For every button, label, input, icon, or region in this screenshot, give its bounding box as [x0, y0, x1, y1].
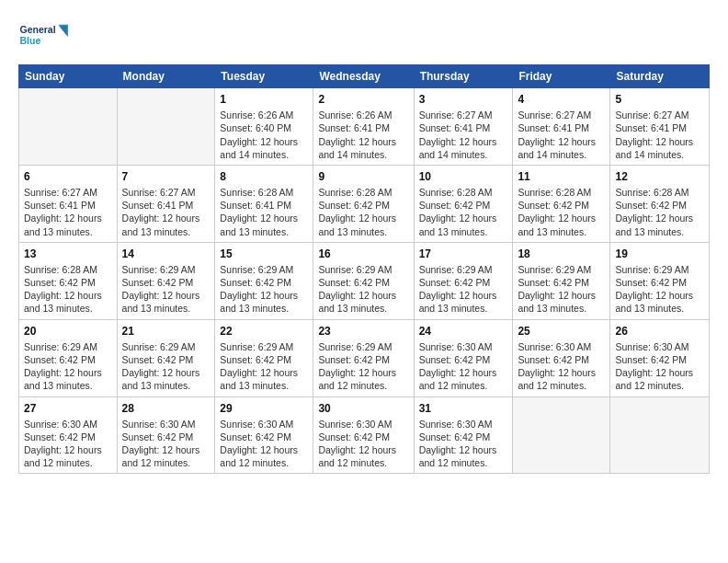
weekday-header-saturday: Saturday	[610, 65, 710, 88]
day-number: 5	[615, 92, 704, 107]
day-number: 13	[24, 247, 112, 261]
calendar-cell	[19, 88, 118, 166]
day-detail: Sunrise: 6:30 AM Sunset: 6:42 PM Dayligh…	[318, 418, 408, 470]
day-number: 28	[122, 401, 210, 416]
calendar-cell: 21Sunrise: 6:29 AM Sunset: 6:42 PM Dayli…	[117, 319, 215, 396]
day-number: 22	[220, 324, 308, 339]
calendar-cell: 20Sunrise: 6:29 AM Sunset: 6:42 PM Dayli…	[19, 319, 118, 396]
weekday-header-friday: Friday	[513, 65, 610, 88]
day-number: 19	[615, 247, 704, 261]
calendar-cell: 26Sunrise: 6:30 AM Sunset: 6:42 PM Dayli…	[610, 319, 710, 396]
day-number: 25	[518, 324, 605, 339]
calendar-cell: 12Sunrise: 6:28 AM Sunset: 6:42 PM Dayli…	[610, 165, 710, 242]
day-number: 24	[419, 324, 508, 339]
weekday-header-thursday: Thursday	[414, 65, 513, 88]
day-detail: Sunrise: 6:30 AM Sunset: 6:42 PM Dayligh…	[24, 418, 112, 470]
day-number: 2	[318, 92, 408, 107]
page: General Blue SundayMondayTuesdayWednesda…	[0, 0, 728, 563]
calendar-cell: 6Sunrise: 6:27 AM Sunset: 6:41 PM Daylig…	[19, 165, 118, 242]
day-number: 20	[24, 324, 112, 339]
day-number: 6	[24, 169, 112, 184]
calendar-cell: 5Sunrise: 6:27 AM Sunset: 6:41 PM Daylig…	[610, 88, 710, 166]
day-number: 31	[419, 401, 508, 416]
day-detail: Sunrise: 6:29 AM Sunset: 6:42 PM Dayligh…	[318, 263, 408, 316]
day-number: 8	[220, 169, 308, 184]
calendar-cell: 17Sunrise: 6:29 AM Sunset: 6:42 PM Dayli…	[414, 242, 513, 319]
day-detail: Sunrise: 6:27 AM Sunset: 6:41 PM Dayligh…	[518, 109, 605, 161]
week-row-5: 27Sunrise: 6:30 AM Sunset: 6:42 PM Dayli…	[19, 396, 710, 474]
day-detail: Sunrise: 6:27 AM Sunset: 6:41 PM Dayligh…	[24, 186, 112, 238]
calendar-cell: 1Sunrise: 6:26 AM Sunset: 6:40 PM Daylig…	[215, 88, 313, 166]
day-detail: Sunrise: 6:30 AM Sunset: 6:42 PM Dayligh…	[220, 418, 308, 470]
calendar-cell	[610, 396, 710, 474]
day-detail: Sunrise: 6:28 AM Sunset: 6:42 PM Dayligh…	[615, 186, 704, 238]
logo: General Blue	[18, 17, 74, 53]
day-detail: Sunrise: 6:29 AM Sunset: 6:42 PM Dayligh…	[518, 263, 605, 316]
day-number: 18	[518, 247, 605, 261]
svg-text:Blue: Blue	[20, 35, 41, 46]
day-detail: Sunrise: 6:28 AM Sunset: 6:42 PM Dayligh…	[419, 186, 508, 238]
week-row-3: 13Sunrise: 6:28 AM Sunset: 6:42 PM Dayli…	[19, 242, 710, 319]
weekday-header-sunday: Sunday	[19, 65, 118, 88]
day-detail: Sunrise: 6:26 AM Sunset: 6:40 PM Dayligh…	[220, 109, 308, 161]
calendar-cell	[117, 88, 215, 166]
calendar-cell: 8Sunrise: 6:28 AM Sunset: 6:41 PM Daylig…	[215, 165, 313, 242]
calendar-cell: 3Sunrise: 6:27 AM Sunset: 6:41 PM Daylig…	[414, 88, 513, 166]
day-detail: Sunrise: 6:29 AM Sunset: 6:42 PM Dayligh…	[318, 340, 408, 393]
calendar-cell: 10Sunrise: 6:28 AM Sunset: 6:42 PM Dayli…	[414, 165, 513, 242]
calendar-cell: 7Sunrise: 6:27 AM Sunset: 6:41 PM Daylig…	[117, 165, 215, 242]
day-number: 16	[318, 247, 408, 261]
calendar-cell: 13Sunrise: 6:28 AM Sunset: 6:42 PM Dayli…	[19, 242, 118, 319]
week-row-1: 1Sunrise: 6:26 AM Sunset: 6:40 PM Daylig…	[19, 88, 710, 166]
calendar-cell: 22Sunrise: 6:29 AM Sunset: 6:42 PM Dayli…	[215, 319, 313, 396]
calendar-cell: 23Sunrise: 6:29 AM Sunset: 6:42 PM Dayli…	[313, 319, 414, 396]
day-detail: Sunrise: 6:28 AM Sunset: 6:42 PM Dayligh…	[518, 186, 605, 238]
day-detail: Sunrise: 6:29 AM Sunset: 6:42 PM Dayligh…	[615, 263, 704, 316]
day-number: 23	[318, 324, 408, 339]
svg-marker-3	[59, 26, 67, 36]
week-row-2: 6Sunrise: 6:27 AM Sunset: 6:41 PM Daylig…	[19, 165, 710, 242]
weekday-header-wednesday: Wednesday	[313, 65, 414, 88]
header: General Blue	[18, 17, 710, 53]
calendar-cell: 11Sunrise: 6:28 AM Sunset: 6:42 PM Dayli…	[513, 165, 610, 242]
day-number: 29	[220, 401, 308, 416]
day-detail: Sunrise: 6:30 AM Sunset: 6:42 PM Dayligh…	[419, 340, 508, 393]
day-number: 21	[122, 324, 210, 339]
day-detail: Sunrise: 6:29 AM Sunset: 6:42 PM Dayligh…	[24, 340, 112, 393]
day-detail: Sunrise: 6:28 AM Sunset: 6:41 PM Dayligh…	[220, 186, 308, 238]
weekday-header-row: SundayMondayTuesdayWednesdayThursdayFrid…	[19, 65, 710, 88]
day-detail: Sunrise: 6:29 AM Sunset: 6:42 PM Dayligh…	[220, 263, 308, 316]
calendar-cell	[513, 396, 610, 474]
calendar-cell: 9Sunrise: 6:28 AM Sunset: 6:42 PM Daylig…	[313, 165, 414, 242]
day-number: 26	[615, 324, 704, 339]
weekday-header-monday: Monday	[117, 65, 215, 88]
day-detail: Sunrise: 6:29 AM Sunset: 6:42 PM Dayligh…	[122, 263, 210, 316]
day-number: 9	[318, 169, 408, 184]
calendar-cell: 16Sunrise: 6:29 AM Sunset: 6:42 PM Dayli…	[313, 242, 414, 319]
calendar-cell: 28Sunrise: 6:30 AM Sunset: 6:42 PM Dayli…	[117, 396, 215, 474]
day-number: 10	[419, 169, 508, 184]
day-detail: Sunrise: 6:27 AM Sunset: 6:41 PM Dayligh…	[122, 186, 210, 238]
calendar: SundayMondayTuesdayWednesdayThursdayFrid…	[18, 64, 710, 474]
day-detail: Sunrise: 6:29 AM Sunset: 6:42 PM Dayligh…	[122, 340, 210, 393]
day-detail: Sunrise: 6:29 AM Sunset: 6:42 PM Dayligh…	[419, 263, 508, 316]
day-number: 15	[220, 247, 308, 261]
day-detail: Sunrise: 6:27 AM Sunset: 6:41 PM Dayligh…	[419, 109, 508, 161]
calendar-cell: 4Sunrise: 6:27 AM Sunset: 6:41 PM Daylig…	[513, 88, 610, 166]
day-detail: Sunrise: 6:30 AM Sunset: 6:42 PM Dayligh…	[122, 418, 210, 470]
svg-text:General: General	[20, 24, 56, 35]
day-detail: Sunrise: 6:28 AM Sunset: 6:42 PM Dayligh…	[318, 186, 408, 238]
day-number: 17	[419, 247, 508, 261]
day-detail: Sunrise: 6:26 AM Sunset: 6:41 PM Dayligh…	[318, 109, 408, 161]
day-number: 11	[518, 169, 605, 184]
day-number: 27	[24, 401, 112, 416]
calendar-cell: 25Sunrise: 6:30 AM Sunset: 6:42 PM Dayli…	[513, 319, 610, 396]
calendar-cell: 2Sunrise: 6:26 AM Sunset: 6:41 PM Daylig…	[313, 88, 414, 166]
day-number: 14	[122, 247, 210, 261]
day-number: 30	[318, 401, 408, 416]
calendar-cell: 18Sunrise: 6:29 AM Sunset: 6:42 PM Dayli…	[513, 242, 610, 319]
week-row-4: 20Sunrise: 6:29 AM Sunset: 6:42 PM Dayli…	[19, 319, 710, 396]
day-number: 3	[419, 92, 508, 107]
calendar-cell: 24Sunrise: 6:30 AM Sunset: 6:42 PM Dayli…	[414, 319, 513, 396]
logo-svg: General Blue	[18, 17, 74, 53]
